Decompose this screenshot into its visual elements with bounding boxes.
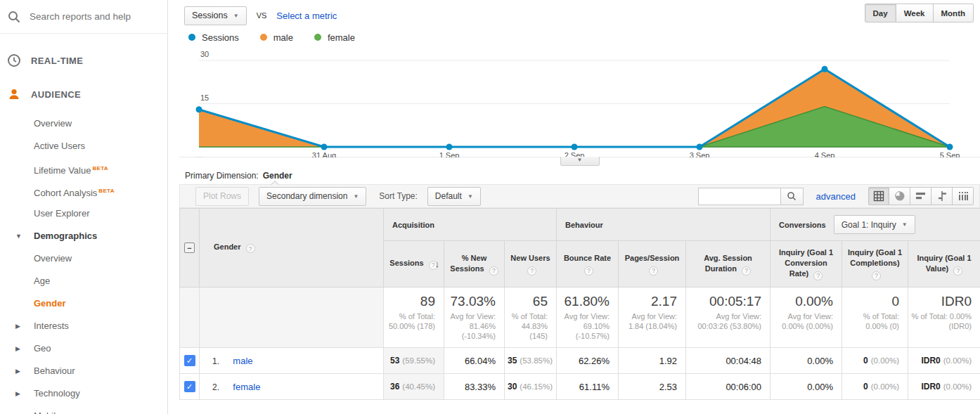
summary-subtext: % of Total: 0.00% (IDR0) [911, 311, 972, 331]
select-metric-link[interactable]: Select a metric [276, 11, 337, 21]
gender-link[interactable]: male [233, 356, 252, 366]
sidebar-item-label: Interests [34, 321, 69, 331]
sidebar-item-realtime[interactable]: REAL-TIME [0, 46, 167, 75]
primary-dimension-label: Primary Dimension: [185, 171, 259, 181]
sidebar-item-age[interactable]: Age [0, 270, 167, 292]
help-icon[interactable]: ? [872, 271, 881, 280]
cell-value: IDR0 [921, 382, 940, 392]
sidebar-item-audience[interactable]: AUDIENCE [0, 80, 167, 108]
cell-value: 2.53 [659, 382, 677, 392]
sessions-cell: 53(59.55%) [384, 348, 444, 374]
sidebar-item-cohort-analysis[interactable]: Cohort AnalysisBETA [0, 180, 167, 202]
new-sessions-cell: 83.33% [444, 374, 505, 400]
sidebar-item-active-users[interactable]: Active Users [0, 135, 167, 157]
sidebar-item-overview[interactable]: Overview [0, 112, 167, 135]
legend-label: Sessions [202, 32, 239, 43]
select-all-checkbox[interactable]: − [184, 242, 195, 253]
sidebar-item-demographics[interactable]: ▼Demographics [0, 225, 167, 247]
sidebar-item-user-explorer[interactable]: User Explorer [0, 202, 167, 225]
sidebar-item-mobile[interactable]: ▶Mobile [0, 405, 167, 414]
sidebar-item-behaviour[interactable]: ▶Behaviour [0, 360, 167, 382]
svg-text:5 Sep: 5 Sep [940, 151, 960, 157]
day-button[interactable]: Day [865, 4, 896, 22]
female-dot-icon [314, 34, 321, 41]
cell-value: 35 [508, 356, 517, 366]
performance-view-button[interactable] [910, 187, 931, 205]
sidebar-item-demographics-overview[interactable]: Overview [0, 247, 167, 270]
row-checkbox[interactable]: ✓ [184, 355, 195, 366]
table-search-input[interactable] [698, 188, 781, 205]
help-icon[interactable]: ? [953, 266, 962, 276]
avg-duration-cell: 00:06:00 [686, 374, 771, 400]
help-icon[interactable]: ? [527, 266, 536, 276]
column-header-conv-rate[interactable]: Inquiry (Goal 1 Conversion Rate) ? [771, 241, 842, 287]
pivot-icon [958, 190, 969, 202]
pivot-view-button[interactable] [953, 187, 974, 205]
cell-percent: (46.15%) [520, 382, 553, 391]
summary-new-sessions: 73.03% Avg for View: 81.46% (-10.34%) [444, 287, 505, 348]
sidebar-search-input[interactable] [30, 11, 149, 22]
sidebar-search[interactable] [0, 0, 167, 34]
column-header-new-sessions[interactable]: % New Sessions ? [444, 241, 505, 287]
chart-legend: Sessions male female [179, 28, 980, 46]
table-search-button[interactable] [781, 188, 804, 205]
sidebar-item-gender[interactable]: Gender [0, 292, 167, 315]
sidebar-item-interests[interactable]: ▶Interests [0, 315, 167, 337]
secondary-dimension-dropdown[interactable]: Secondary dimension ▼ [259, 187, 366, 206]
cell-value: 0.00% [807, 382, 833, 392]
column-header-completions[interactable]: Inquiry (Goal 1 Completions) ? [842, 241, 908, 287]
gender-cell: 2. female [200, 374, 384, 400]
help-icon[interactable]: ? [813, 271, 823, 280]
plot-rows-button[interactable]: Plot Rows [195, 187, 249, 206]
summary-subtext: Avg for View: 81.46% (-10.34%) [447, 311, 496, 341]
column-header-bounce-rate[interactable]: Bounce Rate ? [557, 241, 619, 287]
help-icon[interactable]: ? [742, 266, 751, 276]
summary-value: 0.00% [773, 293, 833, 310]
gender-link[interactable]: female [233, 382, 260, 392]
goal-selector-dropdown[interactable]: Goal 1: Inquiry ▼ [834, 215, 915, 234]
chevron-right-icon: ▶ [15, 315, 20, 337]
help-icon[interactable]: ? [246, 244, 255, 253]
percentage-view-button[interactable] [889, 187, 910, 205]
help-icon[interactable]: ? [489, 266, 498, 276]
sidebar-item-technology[interactable]: ▶Technology [0, 382, 167, 405]
sort-type-dropdown[interactable]: Default ▼ [427, 187, 481, 206]
advanced-search-link[interactable]: advanced [816, 191, 856, 202]
summary-avg-duration: 00:05:17 Avg for View: 00:03:26 (53.80%) [686, 287, 771, 348]
column-header-avg-duration[interactable]: Avg. Session Duration ? [686, 241, 771, 287]
cell-value: 61.11% [579, 382, 610, 392]
legend-item-male: male [260, 32, 293, 43]
cell-value: IDR0 [921, 356, 940, 366]
search-icon [7, 10, 21, 24]
month-button[interactable]: Month [934, 4, 974, 22]
sidebar-item-lifetime-value[interactable]: Lifetime ValueBETA [0, 157, 167, 180]
help-icon[interactable]: ? [584, 266, 593, 276]
sidebar-item-label: Technology [34, 388, 80, 399]
chart-collapse-toggle[interactable]: ▼ [560, 157, 600, 166]
granularity-toggle: Day Week Month [865, 4, 974, 22]
comparison-view-button[interactable] [931, 187, 953, 205]
row-checkbox[interactable]: ✓ [184, 381, 195, 392]
sidebar-item-geo[interactable]: ▶Geo [0, 337, 167, 360]
metric-selector-value: Sessions [192, 11, 228, 20]
sessions-chart-canvas: 1530...31 Aug1 Sep2 Sep3 Sep4 Sep5 Sep [179, 46, 980, 157]
cell-percent: (0.00%) [943, 382, 972, 391]
table-view-button[interactable] [868, 187, 889, 205]
goal-selector-value: Goal 1: Inquiry [842, 220, 896, 230]
column-header-gender[interactable]: Gender ? [200, 209, 384, 287]
primary-dimension-value[interactable]: Gender [263, 171, 292, 181]
metric-selector-dropdown[interactable]: Sessions ▼ [184, 6, 247, 25]
column-header-pages-session[interactable]: Pages/Session ? [619, 241, 686, 287]
cell-percent: (0.00%) [871, 356, 899, 365]
help-icon[interactable]: ? [649, 266, 658, 276]
column-header-new-users[interactable]: New Users ? [505, 241, 557, 287]
cell-value: 0.00% [807, 356, 833, 366]
week-button[interactable]: Week [896, 4, 934, 22]
completions-cell: 0(0.00%) [842, 348, 908, 374]
legend-item-sessions: Sessions [188, 32, 239, 43]
column-header-sessions[interactable]: Sessions ? ↓ [384, 241, 444, 287]
column-label: Sessions [389, 259, 423, 267]
column-header-goal-value[interactable]: Inquiry (Goal 1 Value) ? [908, 241, 980, 287]
column-label: Gender [214, 242, 241, 251]
search-icon [787, 191, 797, 201]
